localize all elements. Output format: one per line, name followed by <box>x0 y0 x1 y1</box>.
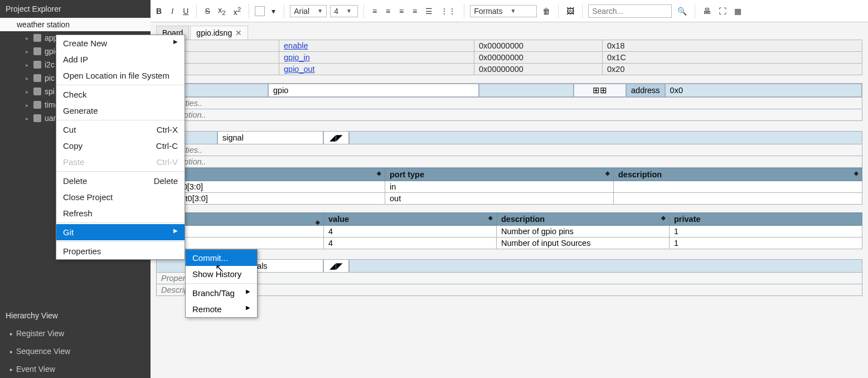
menu-item-cut[interactable]: CutCtrl-X <box>56 122 185 138</box>
align-right-button[interactable]: ≡ <box>396 6 406 17</box>
font-size-select[interactable]: 4▼ <box>330 5 358 17</box>
tree-root[interactable]: weather station <box>0 18 151 31</box>
search-input[interactable] <box>588 4 672 18</box>
formats-select[interactable]: Formats▼ <box>470 5 537 17</box>
strikethrough-button[interactable]: S <box>202 6 212 17</box>
color-swatch[interactable] <box>255 6 265 16</box>
menu-item-check[interactable]: Check <box>56 86 185 103</box>
submenu-item-commit-[interactable]: Commit... <box>186 250 257 266</box>
register-row[interactable]: 6gpio_out0x000000000x20 <box>157 64 862 75</box>
address-value[interactable]: 0x0 <box>665 84 862 97</box>
menu-item-generate[interactable]: Generate <box>56 103 185 119</box>
file-icon <box>33 88 41 95</box>
gpio-description-field[interactable]: Description.. <box>156 109 862 121</box>
fullscreen-button[interactable]: ⛶ <box>716 6 729 17</box>
gpio-signals-properties[interactable]: Properties.. <box>156 273 862 284</box>
print-button[interactable]: 🖶 <box>701 6 713 17</box>
signal-description-field[interactable]: Description.. <box>156 156 862 168</box>
trash-button[interactable]: 🗑 <box>540 6 552 17</box>
project-explorer-title: Project Explorer <box>0 0 151 18</box>
table-button[interactable]: ▦ <box>732 6 744 17</box>
menu-item-open-location-in-file-system[interactable]: Open Location in file System <box>56 67 185 84</box>
gpio-name-field[interactable]: gpio <box>268 84 479 97</box>
register-table: 4enable0x000000000x185gpio_in0x000000000… <box>156 40 862 75</box>
column-header[interactable]: name◆ <box>157 168 385 181</box>
file-icon <box>33 34 41 42</box>
menu-item-git[interactable]: Git▶ <box>56 224 185 240</box>
signal-properties-field[interactable]: Properties.. <box>156 144 862 156</box>
underline-button[interactable]: U <box>181 6 191 17</box>
color-dropdown[interactable]: ▾ <box>268 6 278 17</box>
submenu-item-show-history[interactable]: Show History <box>186 266 257 282</box>
toolbar: B I U S x2 x2 ▾ Arial▼ 4▼ ≡ ≡ ≡ ≡ ☰ ⋮⋮ F… <box>151 0 868 22</box>
submenu-item-branch-tag[interactable]: Branch/Tag▶ <box>186 285 257 301</box>
param-row[interactable]: S4Number of input Sources1 <box>157 238 862 249</box>
param-row[interactable]: 4Number of gpio pins1 <box>157 226 862 238</box>
tab-gpio-idsng[interactable]: gpio.idsng✕ <box>190 26 248 40</box>
address-label: address <box>626 84 665 97</box>
git-submenu[interactable]: Commit...Show HistoryBranch/Tag▶Remote▶ <box>185 249 258 318</box>
view-event-view[interactable]: ▸Event View <box>0 360 151 378</box>
gpio-signals-icon[interactable]: ◢◤ <box>323 259 349 273</box>
param-grid: ◆value◆description◆private4Number of gpi… <box>156 212 862 249</box>
signal-row[interactable]: pio_in0[3:0]in <box>157 181 862 193</box>
gpio-block-header: gpio ⊞⊞ address 0x0 <box>156 83 862 98</box>
signal-icon[interactable]: ◢◤ <box>323 131 349 144</box>
signal-grid: name◆port type◆description◆pio_in0[3:0]i… <box>156 168 862 205</box>
file-icon <box>33 61 41 69</box>
gpio-signals-description[interactable]: Description.. <box>156 284 862 296</box>
column-header[interactable]: description◆ <box>614 168 862 181</box>
column-header[interactable]: description◆ <box>497 213 670 226</box>
search-button[interactable]: 🔍 <box>675 6 689 17</box>
menu-item-add-ip[interactable]: Add IP <box>56 51 185 67</box>
menu-item-paste: PasteCtrl-V <box>56 154 185 170</box>
menu-item-copy[interactable]: CopyCtrl-C <box>56 138 185 154</box>
menu-item-delete[interactable]: DeleteDelete <box>56 173 185 189</box>
column-header[interactable]: private <box>670 213 862 226</box>
align-justify-button[interactable]: ≡ <box>410 6 420 17</box>
hierarchy-icon[interactable]: ⊞⊞ <box>574 84 626 97</box>
menu-item-close-project[interactable]: Close Project <box>56 189 185 205</box>
tab-close-icon[interactable]: ✕ <box>235 28 242 37</box>
bold-button[interactable]: B <box>154 6 164 17</box>
menu-item-refresh[interactable]: Refresh <box>56 205 185 221</box>
register-row[interactable]: 4enable0x000000000x18 <box>157 40 862 52</box>
column-header[interactable]: port type◆ <box>385 168 614 181</box>
column-header[interactable]: value◆ <box>324 213 497 226</box>
list-ordered-button[interactable]: ☰ <box>423 6 435 17</box>
align-left-button[interactable]: ≡ <box>370 6 380 17</box>
image-button[interactable]: 🖼 <box>564 6 576 17</box>
editor-tabs: Boardgpio.idsng✕ <box>156 26 862 40</box>
file-icon <box>33 47 41 55</box>
hierarchy-view-title: Hierarchy View <box>0 307 151 324</box>
view-register-view[interactable]: ▸Register View <box>0 324 151 342</box>
view-sequence-view[interactable]: ▸Sequence View <box>0 342 151 360</box>
file-icon <box>33 74 41 82</box>
file-icon <box>33 101 41 109</box>
context-menu[interactable]: Create New▶Add IPOpen Location in file S… <box>56 35 185 260</box>
align-center-button[interactable]: ≡ <box>383 6 393 17</box>
submenu-item-remote[interactable]: Remote▶ <box>186 301 257 317</box>
gpio-properties-field[interactable]: Properties.. <box>156 98 862 109</box>
register-link[interactable]: gpio_in <box>284 53 310 62</box>
file-icon <box>33 114 41 122</box>
signal-title: signal <box>217 131 323 144</box>
font-family-select[interactable]: Arial▼ <box>290 5 327 17</box>
list-bullet-button[interactable]: ⋮⋮ <box>438 6 458 17</box>
menu-item-properties[interactable]: Properties <box>56 243 185 259</box>
subscript-button[interactable]: x2 <box>216 4 227 17</box>
italic-button[interactable]: I <box>167 6 177 17</box>
signal-row[interactable]: pio_out0[3:0]out <box>157 193 862 205</box>
register-link[interactable]: gpio_out <box>284 65 315 74</box>
menu-item-create-new[interactable]: Create New▶ <box>56 35 185 51</box>
register-link[interactable]: enable <box>284 41 308 50</box>
superscript-button[interactable]: x2 <box>231 4 243 18</box>
register-row[interactable]: 5gpio_in0x000000000x1C <box>157 52 862 64</box>
